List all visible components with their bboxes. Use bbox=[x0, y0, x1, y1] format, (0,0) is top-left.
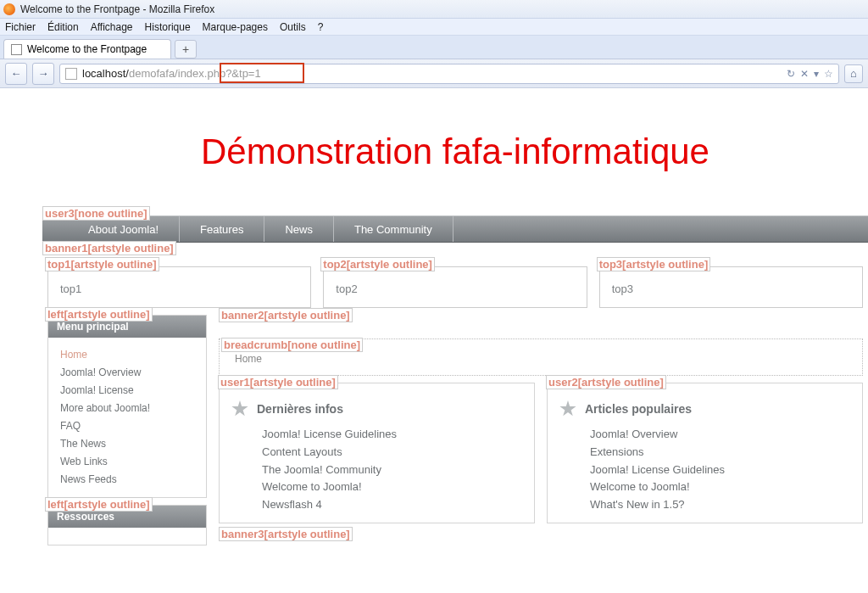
user1-box: user1[artstyle outline] Dernières infos … bbox=[219, 383, 535, 523]
list-item[interactable]: Newsflash 4 bbox=[262, 496, 522, 514]
list-item[interactable]: Welcome to Joomla! bbox=[590, 478, 850, 496]
label-top1: top1[artstyle outline] bbox=[45, 257, 159, 271]
url-text: localhost/demofafa/index.php?&tp=1 bbox=[82, 67, 261, 80]
user2-box: user2[artstyle outline] Articles populai… bbox=[547, 383, 863, 523]
nav-bar: ← → localhost/demofafa/index.php?&tp=1 ↻… bbox=[0, 59, 868, 88]
menu-item-news[interactable]: The News bbox=[60, 435, 194, 453]
list-item[interactable]: The Joomla! Community bbox=[262, 462, 522, 479]
nav-community[interactable]: The Community bbox=[334, 216, 453, 242]
top2-content: top2 bbox=[336, 283, 574, 295]
refresh-icon[interactable]: ↻ bbox=[787, 68, 795, 80]
label-top3: top3[artstyle outline] bbox=[597, 257, 711, 271]
burst-icon bbox=[231, 400, 248, 417]
browser-tab[interactable]: Welcome to the Frontpage bbox=[3, 39, 171, 59]
list-item[interactable]: Extensions bbox=[590, 444, 850, 462]
list-item[interactable]: What's New in 1.5? bbox=[590, 496, 850, 514]
menu-historique[interactable]: Historique bbox=[145, 21, 191, 33]
menu-fichier[interactable]: Fichier bbox=[5, 21, 36, 33]
list-item[interactable]: Welcome to Joomla! bbox=[262, 478, 522, 496]
main-row: left[artstyle outline] Menu principal Ho… bbox=[42, 315, 868, 545]
label-left2: left[artstyle outline] bbox=[45, 497, 153, 512]
menu-principal-list: Home Joomla! Overview Joomla! License Mo… bbox=[60, 346, 194, 489]
site-title: Démonstration fafa-informatique bbox=[201, 131, 709, 172]
top-row: top1[artstyle outline] top1 top2[artstyl… bbox=[42, 258, 868, 315]
menu-help[interactable]: ? bbox=[318, 21, 324, 33]
banner1-row: banner1[artstyle outline] bbox=[42, 243, 868, 258]
top3-content: top3 bbox=[612, 283, 850, 295]
list-item[interactable]: Joomla! License Guidelines bbox=[590, 462, 850, 479]
menu-principal-module: left[artstyle outline] Menu principal Ho… bbox=[47, 315, 207, 498]
top2-box: top2[artstyle outline] top2 bbox=[323, 266, 587, 308]
home-button[interactable]: ⌂ bbox=[844, 64, 863, 83]
window-title: Welcome to the Frontpage - Mozilla Firef… bbox=[20, 3, 214, 15]
user1-title: Dernières infos bbox=[257, 402, 343, 416]
menu-marquepages[interactable]: Marque-pages bbox=[203, 21, 268, 33]
window-titlebar: Welcome to the Frontpage - Mozilla Firef… bbox=[0, 0, 868, 19]
label-banner2: banner2[artstyle outline] bbox=[219, 308, 353, 322]
user2-list: Joomla! Overview Extensions Joomla! Lice… bbox=[559, 426, 850, 514]
label-user2: user2[artstyle outline] bbox=[546, 375, 666, 389]
stop-icon[interactable]: ✕ bbox=[800, 68, 809, 80]
left-column: left[artstyle outline] Menu principal Ho… bbox=[47, 315, 207, 545]
menu-bar: Fichier Édition Affichage Historique Mar… bbox=[0, 19, 868, 36]
site-header: Démonstration fafa-informatique bbox=[42, 88, 868, 215]
url-dropdown-icon[interactable]: ▾ bbox=[814, 68, 819, 80]
page-viewport: Démonstration fafa-informatique ↖ user3[… bbox=[0, 88, 868, 593]
new-tab-button[interactable]: + bbox=[175, 40, 197, 59]
top3-box: top3[artstyle outline] top3 bbox=[599, 266, 863, 308]
menu-edition[interactable]: Édition bbox=[47, 21, 79, 33]
label-banner1: banner1[artstyle outline] bbox=[42, 241, 176, 255]
nav-features[interactable]: Features bbox=[180, 216, 264, 242]
label-breadcrumb: breadcrumb[none outline] bbox=[221, 338, 363, 352]
mid-column: banner2[artstyle outline] breadcrumb[non… bbox=[219, 315, 863, 545]
label-top2: top2[artstyle outline] bbox=[320, 257, 435, 271]
site-identity-icon[interactable] bbox=[65, 68, 77, 80]
label-banner3: banner3[artstyle outline] bbox=[219, 527, 353, 541]
menu-item-newsfeeds[interactable]: News Feeds bbox=[60, 471, 194, 489]
menu-item-overview[interactable]: Joomla! Overview bbox=[60, 364, 194, 382]
label-left: left[artstyle outline] bbox=[45, 307, 153, 322]
top1-content: top1 bbox=[60, 283, 298, 295]
list-item[interactable]: Content Layouts bbox=[262, 444, 522, 462]
forward-button[interactable]: → bbox=[32, 63, 54, 85]
breadcrumb-box: breadcrumb[none outline] Home bbox=[219, 338, 863, 376]
user2-heading: Articles populaires bbox=[559, 400, 850, 417]
menu-item-weblinks[interactable]: Web Links bbox=[60, 453, 194, 471]
burst-icon bbox=[559, 400, 576, 417]
menu-item-faq[interactable]: FAQ bbox=[60, 417, 194, 435]
main-nav: user3[none outline] About Joomla! Featur… bbox=[42, 215, 868, 243]
menu-outils[interactable]: Outils bbox=[280, 21, 306, 33]
page-icon bbox=[11, 44, 22, 55]
menu-item-more[interactable]: More about Joomla! bbox=[60, 400, 194, 417]
user2-title: Articles populaires bbox=[585, 402, 692, 416]
url-bar[interactable]: localhost/demofafa/index.php?&tp=1 ↻ ✕ ▾… bbox=[59, 64, 839, 84]
ressources-module: left[artstyle outline] Ressources bbox=[47, 505, 207, 545]
tab-strip: Welcome to the Frontpage + bbox=[0, 36, 868, 59]
bookmark-star-icon[interactable]: ☆ bbox=[824, 68, 833, 80]
label-user1: user1[artstyle outline] bbox=[218, 375, 338, 389]
user-row: user1[artstyle outline] Dernières infos … bbox=[219, 383, 863, 523]
top1-box: top1[artstyle outline] top1 bbox=[47, 266, 311, 308]
firefox-icon bbox=[3, 3, 15, 15]
label-user3: user3[none outline] bbox=[42, 206, 150, 221]
menu-item-license[interactable]: Joomla! License bbox=[60, 382, 194, 400]
menu-item-home[interactable]: Home bbox=[60, 346, 194, 364]
nav-news[interactable]: News bbox=[264, 216, 334, 242]
breadcrumb-home[interactable]: Home bbox=[235, 353, 847, 365]
tab-title: Welcome to the Frontpage bbox=[27, 43, 147, 55]
back-button[interactable]: ← bbox=[5, 63, 27, 85]
list-item[interactable]: Joomla! License Guidelines bbox=[262, 426, 522, 444]
user1-heading: Dernières infos bbox=[231, 400, 522, 417]
list-item[interactable]: Joomla! Overview bbox=[590, 426, 850, 444]
menu-affichage[interactable]: Affichage bbox=[91, 21, 133, 33]
user1-list: Joomla! License Guidelines Content Layou… bbox=[231, 426, 522, 514]
